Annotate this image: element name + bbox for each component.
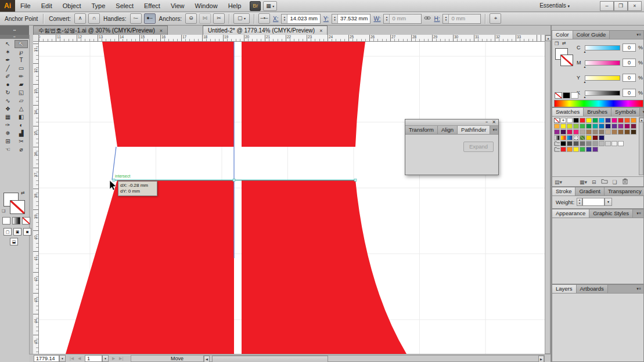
w-label[interactable]: W: bbox=[373, 16, 380, 22]
swatch[interactable] bbox=[592, 124, 598, 129]
close-button[interactable]: × bbox=[628, 1, 642, 11]
swatch[interactable] bbox=[586, 147, 592, 152]
c-slider[interactable]: ▲ bbox=[585, 45, 620, 50]
pathfinder-tab-pathfinder[interactable]: Pathfinder bbox=[458, 126, 490, 134]
stroke-proxy[interactable] bbox=[560, 55, 573, 66]
swatch-kinds-icon[interactable]: ▦▾ bbox=[580, 179, 587, 185]
color-button[interactable] bbox=[2, 217, 10, 225]
close-icon[interactable]: × bbox=[160, 28, 163, 34]
tools-panel-header[interactable]: ▪▪ bbox=[0, 35, 29, 39]
swatch[interactable] bbox=[605, 124, 611, 129]
none-button[interactable] bbox=[22, 217, 30, 225]
hide-handles-button[interactable]: ◦– bbox=[130, 13, 142, 24]
panel-menu-icon[interactable]: ▾≡ bbox=[490, 126, 499, 134]
isolate-selection-button[interactable]: ▢ ▾ bbox=[233, 13, 250, 24]
canvas-vscrollbar[interactable]: ▲ ▼ bbox=[545, 35, 551, 354]
slider-thumb[interactable]: ▲ bbox=[584, 95, 587, 99]
stroke-tab-gradient[interactable]: Gradient bbox=[575, 187, 604, 196]
swatch[interactable] bbox=[567, 141, 573, 146]
pathfinder-tab-transform[interactable]: Transform bbox=[405, 126, 438, 134]
red-shape-bottom-right[interactable] bbox=[242, 180, 406, 354]
arrange-documents-icon[interactable]: ▦ ▾ bbox=[263, 1, 277, 11]
swatch[interactable] bbox=[580, 141, 585, 146]
swatch[interactable] bbox=[605, 129, 611, 135]
zoom-tool[interactable]: ⌀ bbox=[15, 146, 28, 154]
swatch[interactable] bbox=[573, 124, 579, 129]
layers-tab-layers[interactable]: Layers bbox=[552, 285, 577, 293]
stroke-tab-stroke[interactable]: Stroke bbox=[552, 187, 575, 196]
collapse-icon[interactable]: ▪▪ bbox=[485, 120, 488, 124]
w-field[interactable]: ▲▼0 mm bbox=[383, 14, 422, 24]
none-swatch[interactable] bbox=[554, 118, 560, 123]
draw-normal-button[interactable]: ▢ bbox=[3, 228, 12, 236]
slider-thumb[interactable]: ▲ bbox=[584, 65, 587, 68]
default-fill-stroke-icon[interactable]: ❏ bbox=[2, 209, 5, 213]
swatch[interactable] bbox=[567, 118, 573, 123]
menu-effect[interactable]: Effect bbox=[139, 0, 166, 12]
restore-button[interactable]: ❐ bbox=[614, 1, 628, 11]
stepper-icon[interactable]: ▲▼ bbox=[282, 15, 287, 23]
layers-tab-artboards[interactable]: Artboards bbox=[577, 285, 608, 293]
slider-thumb[interactable]: ▲ bbox=[584, 80, 587, 84]
swatch[interactable] bbox=[580, 124, 585, 129]
swatch[interactable] bbox=[631, 129, 636, 135]
double-square-icon[interactable]: ❐ bbox=[555, 41, 559, 46]
swatch[interactable] bbox=[586, 124, 592, 129]
new-color-group-icon[interactable] bbox=[601, 179, 608, 185]
swatch[interactable] bbox=[586, 129, 592, 135]
swatch[interactable] bbox=[567, 124, 573, 129]
swatch[interactable] bbox=[605, 118, 611, 123]
close-icon[interactable]: × bbox=[319, 28, 322, 34]
gradient-tool[interactable]: ◧ bbox=[15, 113, 28, 121]
swatches-tab-brushes[interactable]: Brushes bbox=[584, 108, 611, 116]
y-label[interactable]: Y: bbox=[323, 16, 329, 22]
convert-to-smooth-button[interactable]: ∩ bbox=[88, 13, 100, 24]
color-group-folder-icon[interactable] bbox=[554, 141, 560, 146]
draw-inside-button[interactable]: ◙ bbox=[23, 228, 31, 236]
weight-dropdown-icon[interactable]: ▾ bbox=[605, 198, 612, 206]
hscroll-thumb[interactable] bbox=[212, 356, 328, 362]
pathfinder-tab-align[interactable]: Align bbox=[438, 126, 458, 134]
zoom-dropdown-icon[interactable]: ▼ bbox=[59, 355, 66, 362]
swatches-tab-swatches[interactable]: Swatches bbox=[552, 108, 584, 116]
rotate-tool[interactable]: ↻ bbox=[1, 89, 15, 97]
k-value-field[interactable]: 0 bbox=[623, 89, 636, 97]
weight-field[interactable] bbox=[582, 198, 605, 206]
swatch[interactable] bbox=[554, 124, 560, 129]
swatch-options-icon[interactable]: ⊟ bbox=[592, 179, 596, 185]
stroke-tab-transparency[interactable]: Transparency bbox=[605, 187, 644, 196]
swatch[interactable] bbox=[580, 135, 585, 140]
red-shape-top-left[interactable] bbox=[102, 42, 234, 147]
screen-mode-button[interactable]: ⬓ bbox=[10, 238, 18, 245]
m-slider[interactable]: ▲ bbox=[585, 60, 620, 66]
width-tool[interactable]: ∿ bbox=[1, 97, 15, 105]
prev-artboard-icon[interactable]: ◀ bbox=[78, 354, 81, 362]
next-artboard-icon[interactable]: ▶ bbox=[112, 354, 115, 362]
panel-menu-icon[interactable]: ▾≡ bbox=[634, 209, 643, 218]
transform-panel-icon[interactable]: ⌖ bbox=[490, 13, 501, 24]
swatch[interactable] bbox=[580, 147, 585, 152]
swatch[interactable] bbox=[618, 129, 624, 135]
paintbrush-tool[interactable]: ✐ bbox=[1, 73, 15, 81]
workspace-switcher[interactable]: Essentials ▾ bbox=[539, 0, 570, 12]
weight-stepper-icon[interactable]: ▲▼ bbox=[577, 198, 582, 206]
panel-menu-icon[interactable]: ▾≡ bbox=[634, 285, 643, 293]
color-tab-color[interactable]: Color bbox=[552, 31, 573, 39]
swatch[interactable] bbox=[611, 141, 617, 146]
panel-menu-icon[interactable]: ▾≡ bbox=[634, 31, 643, 39]
shape-builder-tool[interactable]: ❖ bbox=[1, 105, 15, 113]
column-graph-tool[interactable]: ▟ bbox=[15, 129, 28, 137]
menu-view[interactable]: View bbox=[166, 0, 190, 12]
free-transform-tool[interactable]: ▱ bbox=[15, 97, 28, 105]
rectangle-tool[interactable]: ▭ bbox=[15, 64, 28, 73]
swatches-tab-symbols[interactable]: Symbols bbox=[611, 108, 640, 116]
swatch[interactable] bbox=[560, 124, 566, 129]
x-label[interactable]: X: bbox=[273, 16, 278, 22]
swatch[interactable] bbox=[599, 118, 605, 123]
remove-anchor-button[interactable]: ⊖ bbox=[185, 13, 197, 24]
toolbar-dock-header[interactable]: ▪▪ bbox=[0, 26, 29, 35]
swatch[interactable] bbox=[611, 124, 617, 129]
swatches-scrollbar[interactable]: ▲ ▼ bbox=[639, 117, 643, 175]
slice-tool[interactable]: ✂ bbox=[15, 137, 28, 146]
stroke-proxy[interactable] bbox=[10, 200, 25, 214]
